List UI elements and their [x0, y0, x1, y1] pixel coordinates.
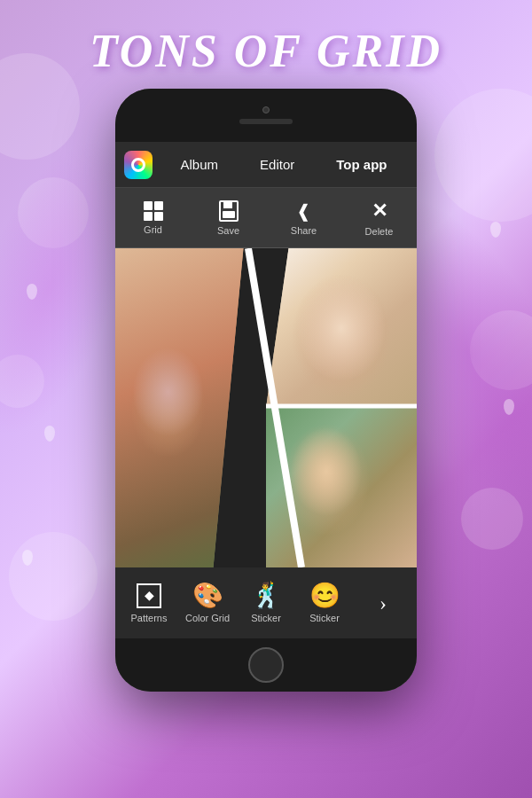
- phone-bottom: [115, 638, 417, 692]
- grid-icon: [144, 201, 163, 221]
- phone-speaker: [239, 119, 293, 124]
- sticker2-icon: 😊: [309, 583, 340, 608]
- share-icon: ❰: [296, 200, 311, 222]
- app-icon-inner: [131, 158, 145, 172]
- share-label: Share: [291, 225, 317, 236]
- color-grid-icon: 🎨: [192, 583, 223, 608]
- grid-label: Grid: [144, 224, 162, 235]
- photo-3: [266, 408, 417, 567]
- bg-decoration: [434, 89, 532, 222]
- photo-collage-area[interactable]: [115, 248, 417, 567]
- next-arrow-icon: ›: [379, 592, 387, 614]
- phone-screen: Album Editor Top app Grid Save: [115, 142, 417, 638]
- page-title: TONS OF GRID: [0, 25, 532, 77]
- water-drop-decoration: [490, 222, 501, 238]
- save-icon: [219, 200, 239, 222]
- sticker1-label: Sticker: [251, 613, 281, 623]
- sticker2-label: Sticker: [309, 613, 340, 623]
- next-tool[interactable]: ›: [356, 592, 410, 614]
- bottom-bar: Patterns 🎨 Color Grid 🕺 Sticker 😊 Sticke…: [115, 567, 417, 638]
- grid-cell: [144, 212, 153, 221]
- save-label: Save: [217, 225, 239, 236]
- tab-topapp[interactable]: Top app: [329, 153, 394, 176]
- grid-cell: [144, 201, 153, 210]
- app-icon: [124, 151, 153, 179]
- tab-album[interactable]: Album: [174, 153, 226, 176]
- phone-top: [115, 89, 417, 142]
- sticker1-tool[interactable]: 🕺 Sticker: [239, 583, 293, 623]
- grid-cell: [154, 212, 163, 221]
- photo-3-content: [266, 408, 417, 567]
- patterns-icon: [137, 583, 161, 608]
- toolbar: Grid Save ❰ Share ✕ Delete: [115, 188, 417, 248]
- photo-1: [115, 248, 266, 567]
- save-tool[interactable]: Save: [202, 200, 255, 236]
- delete-icon: ✕: [372, 200, 387, 223]
- share-tool[interactable]: ❰ Share: [278, 200, 331, 236]
- phone-camera: [262, 106, 270, 113]
- tab-editor[interactable]: Editor: [253, 153, 301, 176]
- water-drop-decoration: [44, 426, 55, 442]
- color-grid-tool[interactable]: 🎨 Color Grid: [181, 583, 234, 623]
- home-button[interactable]: [248, 647, 284, 683]
- patterns-label: Patterns: [131, 613, 168, 623]
- patterns-tool[interactable]: Patterns: [122, 583, 176, 623]
- grid-tool[interactable]: Grid: [127, 201, 180, 235]
- photo-2-content: [266, 248, 417, 408]
- grid-cell: [154, 201, 163, 210]
- delete-label: Delete: [365, 226, 394, 237]
- photo-1-content: [115, 248, 266, 567]
- delete-tool[interactable]: ✕ Delete: [353, 200, 406, 237]
- nav-bar: Album Editor Top app: [115, 142, 417, 188]
- bg-decoration: [9, 532, 98, 621]
- photo-collage: [115, 248, 417, 567]
- photo-2: [266, 248, 417, 408]
- color-grid-label: Color Grid: [185, 613, 230, 623]
- phone-mockup: Album Editor Top app Grid Save: [115, 89, 417, 692]
- sticker2-tool[interactable]: 😊 Sticker: [298, 583, 351, 623]
- nav-tabs: Album Editor Top app: [160, 153, 408, 176]
- sticker1-icon: 🕺: [251, 583, 282, 608]
